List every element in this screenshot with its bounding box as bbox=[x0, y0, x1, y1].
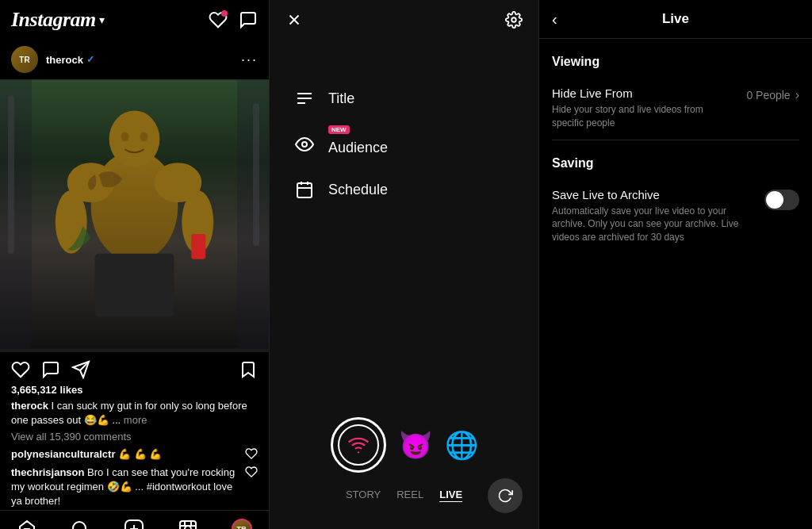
feed-panel: Instagram ▾ TR therock ✓ bbox=[0, 0, 270, 529]
tab-live[interactable]: LIVE bbox=[439, 489, 462, 500]
live-emoji-row: 😈 🌐 bbox=[331, 417, 478, 473]
feed-header: Instagram ▾ bbox=[0, 0, 269, 40]
home-icon bbox=[17, 519, 36, 529]
hide-live-row[interactable]: Hide Live From Hide your story and live … bbox=[539, 77, 812, 140]
logo-dropdown-arrow[interactable]: ▾ bbox=[99, 13, 105, 27]
post-actions-left bbox=[11, 360, 90, 379]
caption-username[interactable]: therock bbox=[11, 400, 48, 412]
add-icon bbox=[124, 519, 144, 529]
title-label: Title bbox=[328, 90, 354, 107]
hide-live-value: 0 People › bbox=[746, 88, 799, 102]
live-menu-items: Title NEW Audience bbox=[270, 40, 538, 417]
svg-point-6 bbox=[109, 110, 160, 167]
svg-point-38 bbox=[357, 451, 358, 453]
live-close-button[interactable] bbox=[285, 11, 303, 29]
comment-2-user[interactable]: thechrisjanson bbox=[11, 466, 84, 478]
live-panel: Title NEW Audience bbox=[270, 0, 539, 529]
heart-small-icon bbox=[245, 447, 258, 460]
comment-1-content: polynesianculturalctr 💪 💪 💪 bbox=[11, 447, 162, 462]
save-live-toggle[interactable] bbox=[764, 190, 799, 210]
messenger-icon bbox=[239, 10, 258, 29]
live-record-button[interactable] bbox=[331, 417, 386, 473]
save-button[interactable] bbox=[239, 360, 258, 379]
nav-reels[interactable] bbox=[178, 519, 197, 529]
more-options-button[interactable]: ··· bbox=[241, 52, 258, 68]
live-menu-schedule[interactable]: Schedule bbox=[293, 178, 515, 201]
like-icon bbox=[11, 360, 30, 379]
svg-rect-13 bbox=[0, 80, 32, 349]
like-button[interactable] bbox=[11, 360, 30, 379]
view-comments[interactable]: View all 15,390 comments bbox=[0, 431, 269, 446]
live-tab-row: STORY REEL LIVE bbox=[346, 489, 462, 500]
svg-rect-14 bbox=[237, 80, 269, 349]
toggle-knob bbox=[766, 191, 783, 209]
hide-live-desc: Hide your story and live videos from spe… bbox=[552, 103, 737, 130]
search-icon bbox=[71, 519, 90, 529]
svg-point-12 bbox=[140, 132, 147, 141]
live-top-bar bbox=[270, 0, 538, 40]
audience-label: Audience bbox=[328, 140, 388, 156]
post-image-svg bbox=[0, 79, 269, 349]
schedule-icon bbox=[293, 178, 316, 201]
emoji-face-button[interactable]: 😈 bbox=[399, 429, 432, 461]
record-inner bbox=[338, 424, 379, 466]
nav-search[interactable] bbox=[71, 519, 90, 529]
username-row: therock ✓ bbox=[46, 54, 94, 66]
settings-header: ‹ Live bbox=[539, 0, 812, 39]
bookmark-icon bbox=[239, 360, 258, 379]
nav-home[interactable] bbox=[17, 519, 36, 529]
live-refresh-button[interactable] bbox=[488, 478, 523, 513]
chevron-right-icon: › bbox=[795, 88, 799, 102]
nav-add[interactable] bbox=[124, 519, 144, 529]
live-signal-icon bbox=[347, 434, 370, 456]
more-link[interactable]: more bbox=[124, 414, 147, 426]
settings-title: Live bbox=[662, 11, 689, 27]
viewing-section-label: Viewing bbox=[539, 39, 812, 77]
audience-label-container: NEW Audience bbox=[328, 132, 388, 156]
likes-count: 3,665,312 likes bbox=[0, 384, 269, 399]
heart-button[interactable] bbox=[209, 10, 228, 29]
svg-rect-9 bbox=[95, 254, 174, 317]
emoji-globe-button[interactable]: 🌐 bbox=[445, 429, 478, 461]
save-live-text: Save Live to Archive Automatically save … bbox=[552, 188, 755, 244]
avatar[interactable]: TR bbox=[11, 46, 38, 73]
hide-live-text: Hide Live From Hide your story and live … bbox=[552, 86, 737, 130]
bottom-nav: TR bbox=[0, 510, 269, 529]
tab-reel[interactable]: REEL bbox=[396, 489, 423, 500]
post-image bbox=[0, 79, 269, 352]
refresh-icon bbox=[497, 488, 513, 504]
live-menu-audience[interactable]: NEW Audience bbox=[293, 132, 515, 156]
hide-live-count: 0 People bbox=[746, 89, 790, 102]
settings-gear-icon bbox=[505, 11, 523, 29]
svg-point-33 bbox=[302, 142, 307, 147]
messenger-button[interactable] bbox=[239, 10, 258, 29]
comment-2-content: thechrisjanson Bro I can see that you're… bbox=[11, 466, 239, 509]
hide-live-title: Hide Live From bbox=[552, 86, 737, 100]
comment-1-emoji: 💪 💪 💪 bbox=[118, 448, 162, 460]
comment-row-2: thechrisjanson Bro I can see that you're… bbox=[0, 464, 269, 511]
settings-panel: ‹ Live Viewing Hide Live From Hide your … bbox=[539, 0, 812, 529]
svg-rect-22 bbox=[180, 521, 196, 529]
post-user-info: TR therock ✓ bbox=[11, 46, 94, 73]
verified-badge: ✓ bbox=[86, 54, 94, 65]
reels-icon bbox=[178, 519, 197, 529]
save-live-row: Save Live to Archive Automatically save … bbox=[539, 178, 812, 254]
username[interactable]: therock bbox=[46, 54, 83, 66]
save-live-title: Save Live to Archive bbox=[552, 188, 755, 201]
comment-icon bbox=[41, 360, 60, 379]
nav-profile[interactable]: TR bbox=[232, 519, 252, 529]
share-button[interactable] bbox=[71, 360, 90, 379]
comment-1-like[interactable] bbox=[245, 447, 258, 460]
comment-2-like[interactable] bbox=[245, 466, 258, 478]
notification-dot bbox=[221, 10, 228, 17]
tab-story[interactable]: STORY bbox=[346, 489, 381, 500]
svg-rect-10 bbox=[191, 234, 205, 259]
settings-back-button[interactable]: ‹ bbox=[552, 10, 557, 29]
svg-rect-34 bbox=[297, 183, 312, 197]
svg-point-11 bbox=[121, 132, 129, 141]
live-menu-title[interactable]: Title bbox=[293, 87, 515, 109]
comment-button[interactable] bbox=[41, 360, 60, 379]
comment-1-user[interactable]: polynesianculturalctr bbox=[11, 448, 115, 460]
live-settings-button[interactable] bbox=[505, 11, 523, 29]
heart-small-icon-2 bbox=[245, 466, 258, 478]
